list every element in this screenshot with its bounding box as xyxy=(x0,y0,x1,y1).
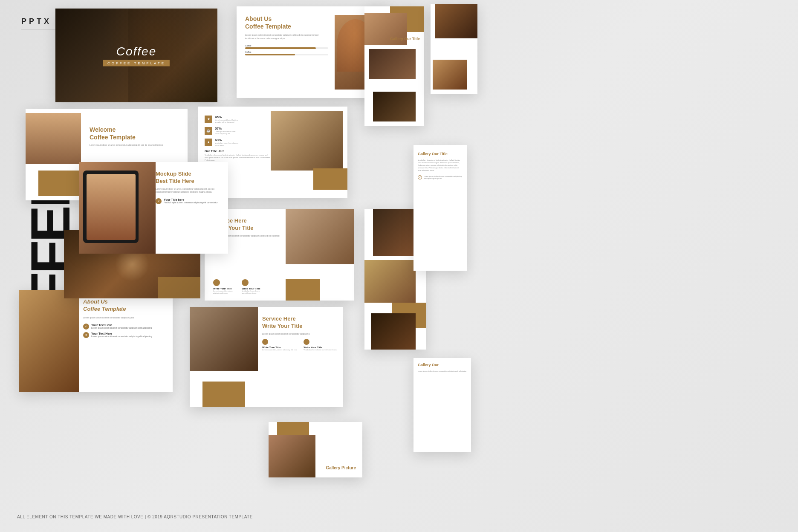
go-body: Vestibulum pharetra eu ligula in alicant… xyxy=(418,159,463,172)
footer-text: ALL ELEMENT ON THIS TEMPLATE WE MADE WIT… xyxy=(17,515,253,519)
cover-title: Coffee xyxy=(103,45,170,58)
svc-icon-1 xyxy=(213,279,220,286)
stat-value-1: 45% xyxy=(215,115,238,119)
welcome-body: Lorem ipsum dolor sit amet consectetur a… xyxy=(90,144,179,147)
gpb-text: Gallery Picture xyxy=(326,465,356,471)
mockup-title: Mockup SlideBest Title Here xyxy=(156,171,222,185)
svc-icon-item-1: Write Your Title Lorem ipsum dolor, clam… xyxy=(262,339,297,351)
gallery-label: Gallery Our Title xyxy=(390,36,420,42)
mockup-photo xyxy=(79,162,156,254)
stat-value-2: 57% xyxy=(215,127,235,130)
abt-check-icon-1: ✓ xyxy=(83,324,89,330)
gr-photo-2 xyxy=(364,260,416,303)
about-title: About UsCoffee Template xyxy=(245,15,328,30)
abt-check-body-2: Lorem ipsum dolor sit amet consectetur a… xyxy=(91,335,152,338)
pptx-divider xyxy=(21,29,55,30)
slide-about-bottom: About UsCoffee Template Lorem ipsum dolo… xyxy=(19,290,173,392)
svc-photo xyxy=(190,307,258,371)
check-body: Find full style button: tomorrow adipisc… xyxy=(164,201,218,204)
svc-i-icon-2 xyxy=(304,339,309,345)
stat-icon-1: ★ xyxy=(205,116,212,123)
svc-title: Service HereWrite Your Title xyxy=(262,315,337,330)
stat-desc-3b: lorem ipsum xyxy=(215,144,238,146)
gpb-photo xyxy=(269,435,315,477)
our-title-label: Our Title Here xyxy=(205,150,271,153)
slide-partial-top-right xyxy=(431,4,477,94)
our-title-body: Vestibulum pharetra eu ligula in alicant… xyxy=(205,154,271,162)
svc-i-icon-1 xyxy=(262,339,268,345)
go-check-text: Lorem ipsum dolor sit amet consectetur a… xyxy=(424,175,463,179)
tablet-screen xyxy=(87,174,136,240)
progress-label-2: Coffee xyxy=(245,51,328,53)
gob-body: Lorem ipsum dolor sit amet consectetur a… xyxy=(418,370,467,373)
check-title: Your Title here xyxy=(164,198,218,201)
slide-gallery-pic-bottom: Gallery Picture xyxy=(269,422,362,477)
stat-desc-2b: lorem adipiscing elit xyxy=(215,133,235,135)
slide-gallery-our-bottom: Gallery Our Lorem ipsum dolor sit amet c… xyxy=(413,358,471,452)
svc-accent-rect xyxy=(202,382,245,407)
svc-icon-2 xyxy=(242,279,249,286)
tablet-shape xyxy=(83,171,139,243)
go-check-icon: ✓ xyxy=(418,175,422,179)
svc-icon-item-2: Write Your Title Vestibulum lorem lorem … xyxy=(304,339,336,351)
abt-body: Lorem ipsum dolor sit amet consectetur a… xyxy=(83,316,166,320)
stat-item-1: ★ 45% It is a long established fact that… xyxy=(205,115,271,123)
abt-check-2: ★ Your Text Here Lorem ipsum dolor sit a… xyxy=(83,332,166,338)
slide-gallery-our: Gallery Our Title Vestibulum pharetra eu… xyxy=(413,145,467,271)
gallery-photo-3 xyxy=(373,92,416,121)
gallery-title-text: Gallery Our Title xyxy=(390,36,420,42)
abt-check-1: ✓ Your Text Here Lorem ipsum dolor sit a… xyxy=(83,324,166,330)
check-icon: ✓ xyxy=(156,198,162,204)
abt-check-body-1: Lorem ipsum dolor sit amet consectetur a… xyxy=(91,327,152,329)
gallery-photo-2 xyxy=(369,49,416,79)
progress-label-1: Coffee xyxy=(245,44,328,47)
abt-photo xyxy=(19,290,79,392)
svc-body: Lorem ipsum dolor sit amet consectetur a… xyxy=(262,332,337,336)
stats-photo xyxy=(271,111,343,171)
mockup-check: ✓ Your Title here Find full style button… xyxy=(156,198,222,204)
coffee-accent-rect xyxy=(158,277,200,298)
svc-desc-1b: adipiscing elit. nore xyxy=(213,292,228,294)
stat-desc-1b: a reader will be distracted xyxy=(215,121,238,123)
abt-check-icon-2: ★ xyxy=(83,332,89,338)
welcome-title: WelcomeCoffee Template xyxy=(90,126,179,141)
abt-check-title-1: Your Text Here xyxy=(91,324,152,327)
welcome-photo xyxy=(26,113,81,164)
service-icon-2: Write Your Title Vestibulum lorem lorem … xyxy=(242,279,260,294)
stat-icon-3: ♦ xyxy=(205,139,212,146)
gr-photo-3 xyxy=(371,313,416,350)
stats-accent xyxy=(313,168,347,190)
slide-mockup: Mockup SlideBest Title Here Lorem ipsum … xyxy=(79,162,228,254)
go-check: ✓ Lorem ipsum dolor sit amet consectetur… xyxy=(418,175,463,179)
svc-i-desc-1: Lorem ipsum dolor, clamet adipiscing eli… xyxy=(262,349,297,351)
stat-icon-2: ☕ xyxy=(205,127,212,135)
service-icon-1: Write Your Title Lorem ipsum dolor, clam… xyxy=(213,279,233,294)
stat-item-3: ♦ 63% Vestibulum lorem lorem laoreet lor… xyxy=(205,138,271,146)
service-title: Service HereWrite Your Title xyxy=(213,217,345,232)
gob-title: Gallery Our xyxy=(418,362,467,368)
about-body: Lorem ipsum dolor sit amet consectetur a… xyxy=(245,34,328,40)
abt-check-title-2: Your Text Here xyxy=(91,332,152,335)
go-title: Gallery Our Title xyxy=(418,151,463,157)
svc-i-desc-2: Vestibulum lorem lorem laoreet lorem lor… xyxy=(304,349,336,351)
stat-value-3: 63% xyxy=(215,138,238,142)
slide-service-bottom: Service HereWrite Your Title Lorem ipsum… xyxy=(190,307,343,407)
welcome-accent xyxy=(38,171,81,196)
progress-fill-2 xyxy=(245,54,295,55)
mockup-body: Lorem ipsum dolor sit amet, consectetur … xyxy=(156,188,222,194)
progress-fill-1 xyxy=(245,47,316,49)
service-icons-row: Write Your Title Lorem ipsum dolor, clam… xyxy=(213,279,260,294)
slide-gallery-top: Gallery Our Title xyxy=(364,6,424,126)
svc-desc-2b: laoreet lorem lorem xyxy=(242,292,256,294)
abt-title: About UsCoffee Template xyxy=(83,298,166,313)
stat-item-2: ☕ 57% Lorem ipsum dolor sit amet lorem a… xyxy=(205,127,271,135)
cover-subtitle: COFFEE TEMPLATE xyxy=(103,60,170,66)
slide-cover: Coffee COFFEE TEMPLATE xyxy=(55,9,217,102)
